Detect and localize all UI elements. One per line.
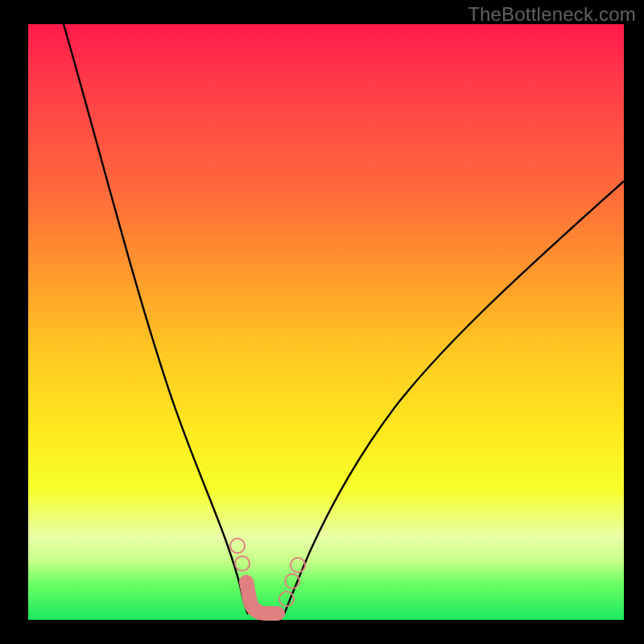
svg-point-3 <box>291 580 293 582</box>
svg-point-0 <box>237 545 238 547</box>
svg-point-1 <box>242 563 243 564</box>
watermark-text: TheBottleneck.com <box>468 3 636 26</box>
left-curve <box>64 24 248 614</box>
svg-point-4 <box>297 564 299 566</box>
trough-marker <box>237 545 299 613</box>
curves-layer <box>28 24 624 620</box>
chart-frame: TheBottleneck.com <box>0 0 644 644</box>
right-curve <box>284 181 624 614</box>
svg-point-2 <box>286 598 287 600</box>
